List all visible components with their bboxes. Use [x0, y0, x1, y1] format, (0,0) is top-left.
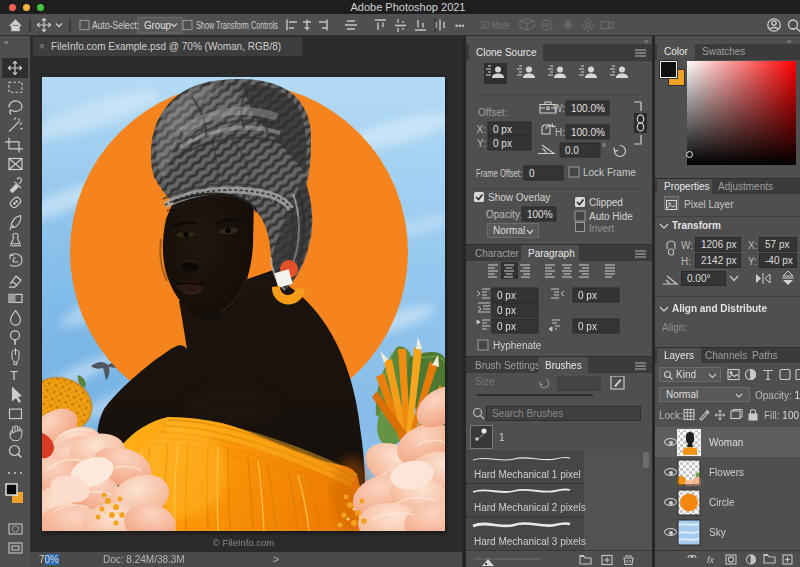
- svg-text:H:: H:: [555, 127, 565, 138]
- svg-text:fx: fx: [707, 555, 715, 565]
- svg-text:0.0: 0.0: [565, 145, 579, 156]
- svg-text:0 px: 0 px: [493, 124, 512, 135]
- svg-text:0 px: 0 px: [578, 290, 597, 301]
- svg-text:W:: W:: [553, 103, 565, 114]
- svg-text:0 px: 0 px: [578, 321, 597, 332]
- svg-text:»: »: [4, 38, 9, 47]
- svg-text:0 px: 0 px: [497, 305, 516, 316]
- svg-text:Clipped: Clipped: [589, 197, 623, 208]
- svg-text:0: 0: [529, 168, 535, 179]
- svg-text:Opacity:: Opacity:: [486, 209, 523, 220]
- svg-text:0 px: 0 px: [497, 290, 516, 301]
- svg-text:3D Mode: 3D Mode: [480, 20, 510, 31]
- svg-text:Y:: Y:: [477, 138, 486, 149]
- svg-text:100.0%: 100.0%: [571, 103, 605, 114]
- svg-text:Frame Offset:: Frame Offset:: [476, 168, 522, 179]
- svg-text:Group: Group: [144, 20, 171, 31]
- svg-text:Lock Frame: Lock Frame: [583, 167, 636, 178]
- svg-text:0 px: 0 px: [497, 321, 516, 332]
- svg-text:Auto Hide: Auto Hide: [589, 211, 633, 222]
- svg-text:Show Overlay: Show Overlay: [488, 192, 550, 203]
- svg-text:°: °: [602, 142, 606, 153]
- svg-text:•••: •••: [455, 21, 464, 31]
- svg-text:X:: X:: [477, 124, 486, 135]
- svg-text:100.0%: 100.0%: [571, 127, 605, 138]
- svg-text:Offset:: Offset:: [478, 107, 507, 118]
- svg-text:100%: 100%: [527, 209, 553, 220]
- svg-text:0 px: 0 px: [493, 138, 512, 149]
- svg-text:Show Transform Controls: Show Transform Controls: [196, 20, 278, 31]
- svg-text:Hyphenate: Hyphenate: [493, 340, 542, 351]
- svg-text:Auto-Select:: Auto-Select:: [92, 20, 139, 31]
- svg-text:T: T: [10, 368, 18, 383]
